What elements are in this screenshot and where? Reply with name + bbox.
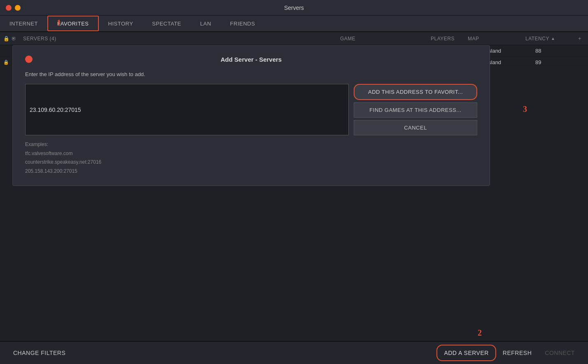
bottom-bar: CHANGE FILTERS ADD A SERVER REFRESH CONN… — [0, 341, 588, 364]
modal-description: Enter the IP address of the server you w… — [25, 71, 477, 77]
modal-close-dot[interactable] — [25, 56, 33, 63]
minimize-button[interactable] — [15, 5, 21, 11]
col-game-header[interactable]: GAME — [340, 36, 431, 42]
server-address-input[interactable] — [25, 84, 349, 135]
cancel-button[interactable]: CANCEL — [354, 120, 477, 135]
add-server-modal: Add Server - Servers Enter the IP addres… — [12, 45, 490, 186]
server-latency: 88 — [535, 48, 585, 54]
modal-header: Add Server - Servers — [25, 56, 477, 63]
annotation-2: 2 — [478, 328, 482, 338]
col-icon-header: ⛨ — [12, 36, 23, 42]
find-games-button[interactable]: FIND GAMES AT THIS ADDRESS... — [354, 102, 477, 118]
modal-input-row: ADD THIS ADDRESS TO FAVORIT... FIND GAME… — [25, 84, 477, 135]
col-players-header[interactable]: PLAYERS — [431, 36, 468, 42]
col-add-header[interactable]: + — [575, 36, 585, 42]
modal-buttons: ADD THIS ADDRESS TO FAVORIT... FIND GAME… — [354, 84, 477, 135]
col-lock-header: 🔒 — [3, 36, 12, 42]
titlebar: Servers — [0, 0, 588, 16]
modal-examples: Examples: tfc.valvesoftware.com counters… — [25, 140, 477, 176]
connect-button[interactable]: CONNECT — [538, 345, 581, 360]
tab-history[interactable]: HISTORY — [99, 16, 143, 31]
tab-favorites[interactable]: FAVORITES — [47, 16, 99, 31]
tab-spectate[interactable]: SPECTATE — [142, 16, 191, 31]
tab-internet[interactable]: INTERNET — [0, 16, 47, 31]
change-filters-button[interactable]: CHANGE FILTERS — [7, 345, 72, 360]
tab-friends[interactable]: FRIENDS — [221, 16, 265, 31]
annotation-3: 3 — [523, 104, 527, 114]
modal-title: Add Server - Servers — [37, 56, 465, 63]
col-latency-header[interactable]: LATENCY — [525, 36, 575, 42]
close-button[interactable] — [6, 5, 12, 11]
refresh-button[interactable]: REFRESH — [496, 345, 538, 360]
tab-bar: INTERNET FAVORITES HISTORY SPECTATE LAN … — [0, 16, 588, 32]
server-latency: 89 — [535, 59, 585, 65]
window-title: Servers — [284, 5, 304, 11]
col-map-header[interactable]: MAP — [468, 36, 525, 42]
add-server-button[interactable]: ADD A SERVER — [436, 345, 496, 361]
table-header: 🔒 ⛨ SERVERS (4) GAME PLAYERS MAP LATENCY… — [0, 32, 588, 45]
window-controls — [6, 5, 21, 11]
tab-lan[interactable]: LAN — [191, 16, 221, 31]
col-server-header[interactable]: SERVERS (4) — [23, 36, 340, 42]
add-to-favorites-button[interactable]: ADD THIS ADDRESS TO FAVORIT... — [354, 84, 477, 100]
lock-icon: 🔒 — [3, 60, 12, 65]
